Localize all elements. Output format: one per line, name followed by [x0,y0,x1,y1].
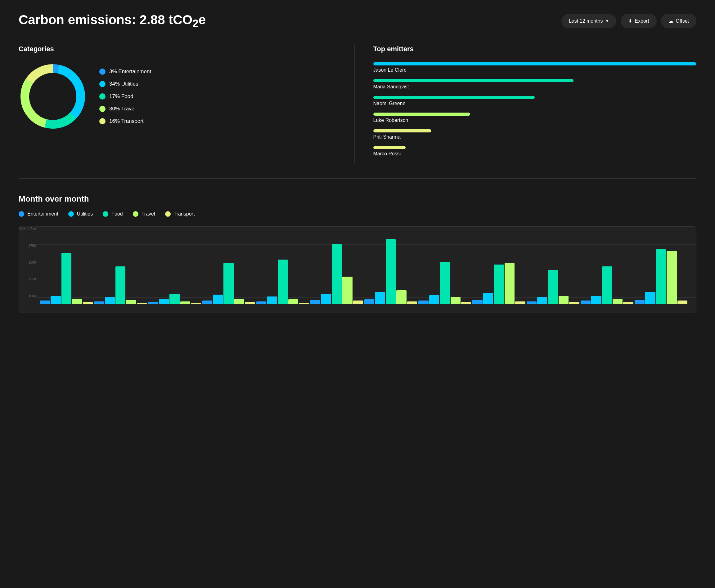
bar [223,263,233,304]
y-axis-label: 2000 tCO₂e [19,226,36,230]
period-label: Last 12 months [569,18,602,24]
mom-legend-label: Entertainment [27,211,58,217]
bar [418,300,428,304]
month-group [94,267,147,304]
export-button[interactable]: ⬇ Export [621,14,656,28]
bar [245,302,255,304]
month-group [418,262,471,304]
entertainment-dot [99,68,105,75]
emitter-name: Naomi Greene [373,101,697,106]
emitter-bar-wrap [373,146,697,149]
month-group [364,239,417,304]
bar [429,295,439,304]
categories-content: 3% Entertainment 34% Utilities 17% Food … [19,62,342,130]
emitter-bar [373,112,470,116]
offset-button[interactable]: ☁ Offset [661,14,696,28]
mom-legend-item: Entertainment [19,211,58,217]
month-group [40,253,93,304]
month-group [472,263,525,304]
bar [213,295,223,304]
utilities-label: 34% Utilities [109,81,138,87]
bar [137,303,147,304]
bar [656,249,666,304]
bar [310,300,320,304]
bar [375,292,385,304]
emitter-bar [373,129,431,132]
legend-travel: 30% Travel [99,106,151,112]
utilities-dot [99,81,105,87]
mom-legend: Entertainment Utilities Food Travel Tran… [19,211,696,217]
bar [483,293,493,304]
mom-section: Month over month Entertainment Utilities… [19,194,696,313]
mom-legend-item: Travel [133,211,155,217]
cloud-icon: ☁ [669,18,673,24]
emitter-row: Jason Le Clerc [373,62,697,73]
bar-chart: 2000 tCO₂e1750150012501000 [19,226,696,313]
emitters-panel: Top emitters Jason Le Clerc Maria Sandqv… [355,45,697,163]
y-axis-label: 1750 [19,244,36,248]
month-group [256,259,309,304]
y-axis: 2000 tCO₂e1750150012501000 [19,226,36,298]
bar [299,303,309,304]
bar [159,299,169,304]
emitter-name: Jason Le Clerc [373,67,697,73]
legend-utilities: 34% Utilities [99,81,151,87]
emitter-bar-wrap [373,112,697,116]
mom-legend-dot [19,211,24,217]
bar [494,265,504,304]
travel-dot [99,106,105,112]
emitter-row: Marco Rossi [373,146,697,156]
bar [635,300,645,304]
bar [234,299,244,304]
month-group [635,249,687,304]
emitter-row: Priti Sharma [373,129,697,140]
emitter-bar [373,96,535,99]
emitter-name: Priti Sharma [373,134,697,140]
legend-transport: 16% Transport [99,118,151,124]
bar [72,299,82,304]
bar [407,301,417,304]
month-group [202,263,255,304]
bar [321,294,331,304]
bar [558,296,569,304]
y-axis-label: 1250 [19,277,36,281]
bar [116,267,125,304]
bar-chart-wrapper: 2000 tCO₂e1750150012501000 [19,226,696,313]
download-icon: ⬇ [628,18,632,24]
emitter-name: Maria Sandqvist [373,84,697,90]
emitter-row: Luke Robertson [373,112,697,123]
period-selector[interactable]: Last 12 months ▼ [561,14,616,28]
emitter-row: Maria Sandqvist [373,79,697,90]
bar [267,296,277,304]
bar [472,300,482,304]
transport-dot [99,118,105,124]
bar [191,303,201,304]
bar [613,299,622,304]
bar [580,300,591,304]
page-title: Carbon emissions: 2.88 tCO2e [19,13,206,29]
bar [288,299,298,304]
chevron-down-icon: ▼ [605,19,609,23]
emitter-bar-wrap [373,79,697,82]
bar [180,301,190,304]
emitter-name: Marco Rossi [373,151,697,156]
bar [440,262,450,304]
bars-area [38,233,690,304]
bar [61,253,72,304]
mom-legend-label: Transport [174,211,195,217]
bar [148,302,158,304]
entertainment-label: 3% Entertainment [109,68,151,75]
bar [353,300,363,304]
month-group [148,294,201,304]
bar [83,302,93,304]
bar [278,259,288,304]
donut-chart [19,62,87,130]
bar [602,267,612,304]
mom-legend-label: Utilities [77,211,93,217]
emitter-bar-wrap [373,129,697,132]
bar [677,300,687,304]
bar [451,297,461,304]
bar [169,294,179,304]
bar [623,302,633,304]
bar [591,296,601,304]
